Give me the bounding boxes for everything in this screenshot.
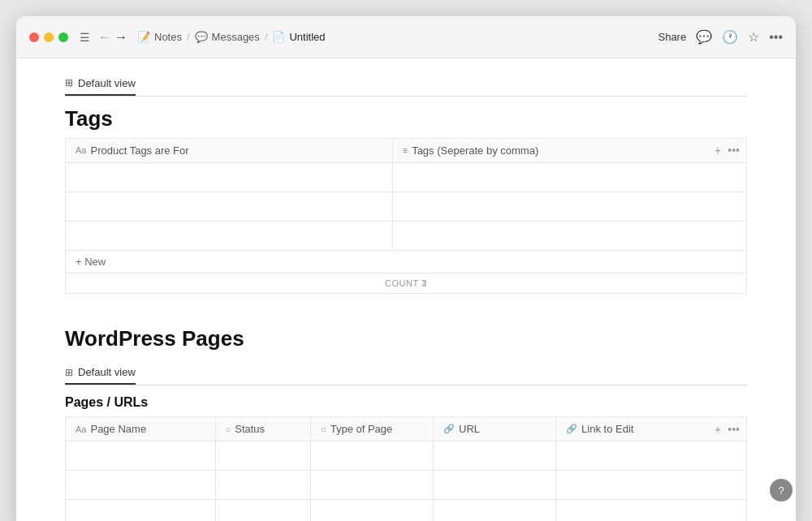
pages-cell[interactable]: [66, 441, 216, 471]
messages-icon: 💬: [195, 31, 208, 43]
table-row: [66, 162, 747, 192]
pages-cell[interactable]: [556, 441, 747, 471]
tags-cell[interactable]: [66, 221, 393, 250]
breadcrumb-sep-1: /: [187, 31, 190, 43]
maximize-button[interactable]: [58, 32, 68, 42]
forward-button[interactable]: →: [114, 30, 127, 45]
type-col-icon: ○: [321, 424, 326, 434]
titlebar: ☰ ← → 📝 Notes / 💬 Messages / 📄 Untitled …: [16, 16, 796, 58]
add-page-column-button[interactable]: +: [715, 423, 721, 436]
tags-count-row: COUNT 3: [65, 273, 747, 294]
pages-cell[interactable]: [66, 500, 216, 522]
text-col-icon: Aa: [76, 145, 86, 155]
pages-cell[interactable]: [215, 500, 310, 522]
tags-cell[interactable]: [392, 162, 746, 192]
table-row: [66, 192, 747, 221]
pages-cell[interactable]: [311, 471, 434, 500]
page-icon: 📄: [272, 31, 285, 43]
wordpress-pages-title: WordPress Pages: [65, 326, 244, 351]
view-grid-icon: ⊞: [65, 77, 73, 88]
pages-col-link: 🔗 Link to Edit + •••: [556, 417, 747, 441]
pages-cell[interactable]: [66, 471, 216, 500]
pages-table: Aa Page Name ○ Status ○: [65, 416, 747, 521]
toolbar-icons: ☰: [78, 29, 92, 45]
tags-cell[interactable]: [392, 192, 746, 221]
view-grid-icon-2: ⊞: [65, 367, 73, 378]
main-content: ⊞ Default view Tags Aa Product Tags are …: [16, 58, 796, 521]
breadcrumb-untitled[interactable]: 📄 Untitled: [272, 31, 325, 43]
breadcrumb: 📝 Notes / 💬 Messages / 📄 Untitled: [137, 31, 658, 43]
favorite-icon[interactable]: ☆: [748, 29, 759, 45]
tags-header-row: Aa Product Tags are For ≡ Tags (Seperate…: [66, 138, 747, 162]
table-row: [66, 441, 747, 471]
breadcrumb-sep-2: /: [265, 31, 268, 43]
pages-col-status: ○ Status: [215, 417, 310, 441]
pages-col-url: 🔗 URL: [434, 417, 556, 441]
pages-cell[interactable]: [434, 500, 556, 522]
pages-urls-subtitle: Pages / URLs: [65, 395, 148, 409]
text-col-icon-2: Aa: [76, 424, 86, 434]
tags-cell[interactable]: [66, 162, 393, 192]
tags-cell[interactable]: [66, 192, 393, 221]
link-col-icon: 🔗: [566, 424, 577, 434]
app-window: ☰ ← → 📝 Notes / 💬 Messages / 📄 Untitled …: [16, 16, 796, 521]
pages-cell[interactable]: [215, 441, 310, 471]
column-options-button[interactable]: •••: [728, 144, 740, 157]
pages-col-type: ○ Type of Page: [311, 417, 434, 441]
tags-new-row-footer: + New: [65, 251, 747, 273]
notes-icon: 📝: [137, 31, 150, 43]
tags-col-1: Aa Product Tags are For: [66, 138, 393, 162]
tags-title: Tags: [65, 106, 113, 131]
breadcrumb-notes[interactable]: 📝 Notes: [137, 31, 182, 43]
nav-arrows: ← →: [98, 30, 127, 45]
close-button[interactable]: [29, 32, 39, 42]
pages-cell[interactable]: [311, 500, 434, 522]
page-column-options-button[interactable]: •••: [728, 423, 740, 436]
pages-view-tab[interactable]: ⊞ Default view: [65, 366, 136, 385]
status-col-icon: ○: [226, 424, 231, 434]
pages-cell[interactable]: [311, 441, 434, 471]
pages-cell[interactable]: [556, 500, 747, 522]
share-button[interactable]: Share: [658, 31, 686, 43]
url-col-icon: 🔗: [443, 424, 455, 434]
pages-cell[interactable]: [434, 471, 556, 500]
breadcrumb-messages[interactable]: 💬 Messages: [195, 31, 260, 43]
tags-view-tab[interactable]: ⊞ Default view: [65, 77, 136, 96]
pages-col-name: Aa Page Name: [66, 417, 216, 441]
pages-cell[interactable]: [434, 441, 556, 471]
tags-cell[interactable]: [392, 221, 746, 250]
minimize-button[interactable]: [44, 32, 54, 42]
table-row: [66, 471, 747, 500]
tags-table: Aa Product Tags are For ≡ Tags (Seperate…: [65, 138, 747, 251]
comment-icon[interactable]: 💬: [696, 29, 712, 45]
wordpress-pages-section: WordPress Pages ⊞ Default view Pages / U…: [65, 326, 747, 522]
add-column-button[interactable]: +: [715, 144, 721, 157]
tags-section: ⊞ Default view Tags Aa Product Tags are …: [65, 75, 747, 294]
back-button[interactable]: ←: [98, 30, 111, 45]
more-options-icon[interactable]: •••: [769, 30, 783, 45]
titlebar-right: Share 💬 🕐 ☆ •••: [658, 29, 783, 45]
pages-cell[interactable]: [215, 471, 310, 500]
tags-col-icon: ≡: [403, 145, 408, 155]
tags-new-row-button[interactable]: + New: [76, 256, 106, 268]
pages-header-row: Aa Page Name ○ Status ○: [66, 417, 747, 441]
table-row: [66, 221, 747, 250]
traffic-lights: [29, 32, 68, 42]
tags-count-value: 3: [421, 278, 427, 288]
history-icon[interactable]: 🕐: [722, 29, 738, 45]
help-button[interactable]: ?: [770, 479, 793, 502]
pages-cell[interactable]: [556, 471, 747, 500]
tags-col-2: ≡ Tags (Seperate by comma) + •••: [392, 138, 746, 162]
sidebar-toggle-icon[interactable]: ☰: [78, 29, 92, 45]
table-row: [66, 500, 747, 522]
